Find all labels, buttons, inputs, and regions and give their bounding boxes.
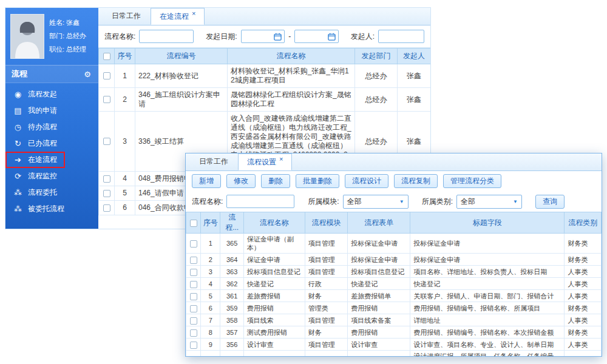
w2-process-name-input[interactable]	[226, 195, 294, 208]
add-button[interactable]: 新增	[192, 174, 221, 188]
table-row[interactable]: 2346_施工组织设计方案申请晟铭园林绿化工程组织设计方案_晟铭园林绿化工程总经…	[99, 88, 431, 112]
cell-process-name: 设计进度汇报	[243, 351, 305, 357]
w1-date-to-input[interactable]	[294, 30, 338, 43]
row-checkbox[interactable]	[103, 190, 110, 197]
cell-seq: 10	[201, 351, 220, 357]
cell-process-code: 358	[220, 314, 243, 326]
w1-tab-in-transit[interactable]: 在途流程×	[151, 8, 205, 25]
sidebar-item-process-monitoring[interactable]: ⟳流程监控	[5, 168, 98, 184]
cell-process-name: 项目线索	[243, 314, 305, 326]
table-row[interactable]: 7358项目线索项目管理项目线索备案详细地址人事类	[186, 314, 602, 326]
sidebar-item-in-transit-processes[interactable]: ➔在途流程	[5, 152, 65, 168]
sidebar-item-process-delegation[interactable]: ⁂流程委托	[5, 184, 98, 201]
cell-category: 财务类	[565, 254, 602, 266]
table-row[interactable]: 2364保证金申请项目管理投标保证金申请投标保证金申请财务类	[186, 254, 602, 266]
gear-icon[interactable]: ⚙	[84, 70, 91, 79]
row-checkbox[interactable]	[103, 138, 110, 145]
column-header[interactable]: 标题字段	[410, 212, 565, 234]
sidebar-item-delegated-processes[interactable]: ⁂被委托流程	[5, 201, 98, 217]
batch-delete-button[interactable]: 批量删除	[296, 174, 339, 188]
w2-tab-daily-work[interactable]: 日常工作	[191, 153, 237, 170]
column-header[interactable]: 序号	[201, 212, 220, 234]
row-checkbox[interactable]	[190, 293, 197, 300]
cell-seq: 1	[201, 234, 220, 254]
row-checkbox[interactable]	[103, 96, 110, 103]
table-row[interactable]: 8357测试费用报销财务费用报销费用报销、报销编号、报销名称、本次报销金额财务类	[186, 326, 602, 339]
row-checkbox[interactable]	[190, 305, 197, 312]
cell-seq: 9	[201, 339, 220, 351]
modify-button[interactable]: 修改	[226, 174, 256, 188]
w1-tab-daily-work[interactable]: 日常工作	[103, 8, 149, 25]
cell-form: 差旅费报销单	[348, 290, 410, 302]
close-icon[interactable]: ×	[192, 7, 195, 22]
process-copy-button[interactable]: 流程复制	[394, 174, 438, 188]
table-row[interactable]: 5361差旅费报销财务差旅费报销单关联客户、报销人、申请日期、部门、报销合计人事…	[186, 290, 602, 302]
cell-title-field: 设计审查、项目名称、专业、设计人、制单日期	[410, 339, 565, 351]
search-button[interactable]: 查询	[535, 195, 565, 209]
column-header[interactable]: 流程名称	[228, 49, 355, 64]
manage-process-category-button[interactable]: 管理流程分类	[443, 174, 501, 188]
w2-category-select[interactable]: 全部 ▼	[456, 195, 522, 209]
tab-label: 日常工作	[112, 12, 141, 20]
user-photo	[10, 14, 44, 59]
pending-processes-icon: ◷	[13, 123, 22, 132]
row-checkbox[interactable]	[190, 342, 197, 349]
select-all-header	[99, 49, 115, 64]
w1-date-from-input[interactable]	[241, 30, 285, 43]
delete-button[interactable]: 删除	[261, 174, 290, 188]
table-row[interactable]: 9356设计审查项目管理设计审查设计审查、项目名称、专业、设计人、制单日期人事类	[186, 339, 602, 351]
table-row[interactable]: 1222_材料验收登记材料验收登记_材料采购_张鑫_华润12城房建工程项目总经办…	[99, 64, 431, 88]
cell-seq: 8	[201, 326, 220, 339]
cell-process-code: 364	[220, 254, 243, 266]
column-header[interactable]: 发起人	[398, 49, 431, 64]
row-checkbox[interactable]	[103, 72, 110, 79]
calendar-icon[interactable]	[328, 33, 336, 41]
cell-form: 费用报销	[348, 302, 410, 314]
table-row[interactable]: 10355设计进度汇报项目管理设计进度汇报设计进度汇报、所属项目、任务名称、任务…	[186, 351, 602, 357]
w1-process-name-input[interactable]	[139, 30, 194, 43]
table-row[interactable]: 3363投标项目信息登记项目管理投标项目信息登记项目名称、详细地址、投标负责人、…	[186, 266, 602, 278]
cell-title-field: 项目名称、详细地址、投标负责人、投标日期	[410, 266, 565, 278]
cell-process-name: 费用报销	[243, 302, 305, 314]
select-all-checkbox[interactable]	[190, 220, 197, 227]
w1-filterbar: 流程名称: 发起日期: - 发起人:	[98, 25, 430, 48]
w2-tab-process-settings[interactable]: 流程设置×	[238, 153, 292, 170]
cell-title-field: 详细地址	[410, 314, 565, 326]
column-header[interactable]: 流程类别	[565, 212, 602, 234]
row-checkbox[interactable]	[103, 204, 110, 212]
w1-initiator-input[interactable]	[378, 30, 424, 43]
cell-category: 财务类	[565, 326, 602, 339]
close-icon[interactable]: ×	[279, 153, 283, 167]
cell-seq: 4	[115, 172, 135, 186]
process-delegation-icon: ⁂	[13, 188, 22, 197]
process-design-button[interactable]: 流程设计	[345, 174, 388, 188]
table-row[interactable]: 1365保证金申请（副本）项目管理投标保证金申请投标保证金申请财务类	[186, 234, 602, 254]
column-header[interactable]: 流程名称	[243, 212, 305, 234]
row-checkbox[interactable]	[190, 269, 197, 276]
sidebar-item-completed-processes[interactable]: ↻已办流程	[5, 135, 98, 152]
column-header[interactable]: 流程编号	[135, 49, 228, 64]
row-checkbox[interactable]	[190, 329, 197, 337]
table-row[interactable]: 6359费用报销管理类费用报销费用报销、报销编号、报销名称、所属项目财务类	[186, 302, 602, 314]
select-all-checkbox[interactable]	[103, 53, 110, 60]
row-checkbox[interactable]	[190, 257, 197, 264]
cell-process-name: 保证金申请（副本）	[243, 234, 305, 254]
sidebar-item-my-applications[interactable]: ▤我的申请	[5, 103, 98, 119]
w2-category-value: 全部	[461, 197, 475, 207]
cell-seq: 7	[201, 314, 220, 326]
row-checkbox[interactable]	[190, 281, 197, 288]
column-header[interactable]: 流程模块	[305, 212, 348, 234]
calendar-icon[interactable]	[274, 33, 282, 41]
sidebar-item-pending-processes[interactable]: ◷待办流程	[5, 119, 98, 135]
column-header[interactable]: 流程表单	[348, 212, 410, 234]
row-checkbox[interactable]	[190, 240, 197, 248]
w2-module-select[interactable]: 全部 ▼	[343, 195, 409, 209]
row-checkbox[interactable]	[103, 175, 110, 183]
column-header[interactable]: 序号	[115, 49, 135, 64]
column-header[interactable]: 发起部门	[355, 49, 398, 64]
sidebar-item-process-initiate[interactable]: ◉流程发起	[5, 86, 98, 103]
row-checkbox[interactable]	[190, 317, 197, 325]
table-row[interactable]: 4362快递登记行政快递登记快递登记人事类	[186, 278, 602, 290]
column-header[interactable]: 流程...	[220, 212, 243, 234]
cell-module: 管理类	[305, 302, 348, 314]
